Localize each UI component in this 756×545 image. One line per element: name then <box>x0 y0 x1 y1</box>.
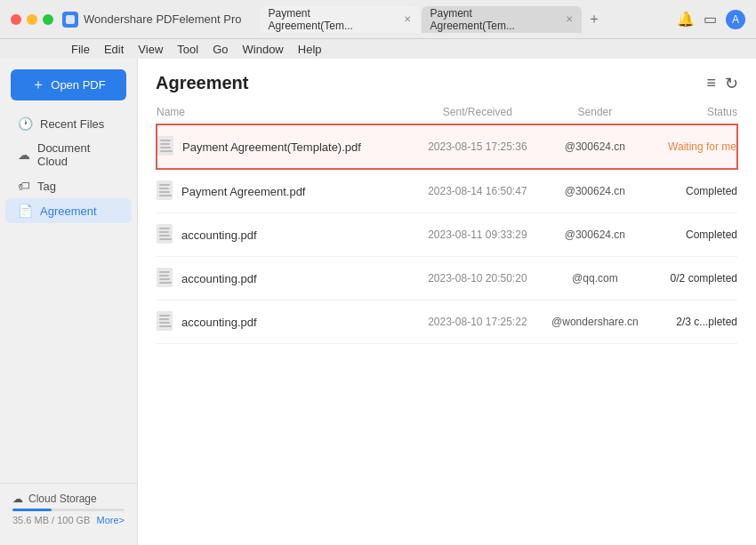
table-row[interactable]: Payment Agreement.pdf 2023-08-14 16:50:4… <box>157 169 737 213</box>
file-status: Waiting for me <box>650 124 737 169</box>
file-sent: 2023-08-15 17:25:36 <box>414 124 540 169</box>
cloud-storage-item[interactable]: ☁ Cloud Storage <box>12 493 125 505</box>
storage-fill <box>12 509 52 511</box>
file-sent: 2023-08-11 09:33:29 <box>414 213 540 257</box>
storage-info: 35.6 MB / 100 GB More> <box>12 515 125 525</box>
menu-tool[interactable]: Tool <box>177 43 198 56</box>
open-pdf-plus-icon: ＋ <box>31 76 45 94</box>
refresh-icon[interactable]: ↻ <box>725 74 738 93</box>
sidebar-bottom: ☁ Cloud Storage 35.6 MB / 100 GB More> <box>0 483 137 534</box>
file-name-cell: accounting.pdf <box>157 257 414 301</box>
clock-icon: 🕐 <box>18 116 33 131</box>
sidebar-item-cloud-label: Document Cloud <box>37 141 119 168</box>
table-row[interactable]: accounting.pdf 2023-08-10 20:50:20 @qq.c… <box>157 257 737 301</box>
titlebar: Wondershare PDFelement Pro Payment Agree… <box>0 0 756 39</box>
file-name: accounting.pdf <box>181 272 257 285</box>
tab-0-close[interactable]: ✕ <box>404 14 411 24</box>
open-pdf-button[interactable]: ＋ Open PDF <box>11 69 126 100</box>
tab-1-close[interactable]: ✕ <box>566 14 573 24</box>
sidebar-item-agreement-label: Agreement <box>40 204 97 218</box>
tag-icon: 🏷 <box>18 179 30 193</box>
close-button[interactable] <box>11 14 21 25</box>
menubar: File Edit View Tool Go Window Help <box>0 39 756 59</box>
file-sender: @qq.com <box>540 257 649 301</box>
file-icon <box>157 268 174 289</box>
open-pdf-label: Open PDF <box>51 78 105 92</box>
table-row[interactable]: Payment Agreement(Template).pdf 2023-08-… <box>157 124 737 169</box>
tab-1[interactable]: Payment Agreement(Tem... ✕ <box>422 6 582 33</box>
sidebar-item-tag-label: Tag <box>37 180 56 193</box>
tab-bar: Payment Agreement(Tem... ✕ Payment Agree… <box>260 6 670 33</box>
file-name-cell: accounting.pdf <box>157 301 414 344</box>
file-name: Payment Agreement(Template).pdf <box>182 140 361 154</box>
table-row[interactable]: accounting.pdf 2023-08-11 09:33:29 @3006… <box>157 213 737 257</box>
app-name: Wondershare PDFelement Pro <box>84 12 242 26</box>
file-icon <box>157 180 174 202</box>
storage-more-button[interactable]: More> <box>97 515 125 525</box>
file-icon <box>157 224 174 245</box>
menu-view[interactable]: View <box>138 43 163 56</box>
file-icon <box>157 136 175 157</box>
menu-help[interactable]: Help <box>298 43 322 56</box>
col-name: Name <box>157 100 414 124</box>
storage-usage: 35.6 MB / 100 GB <box>12 515 90 525</box>
cloud-icon: ☁ <box>18 148 30 162</box>
file-table-container: Name Sent/Received Sender Status <box>138 100 756 545</box>
tab-1-label: Payment Agreement(Tem... <box>430 7 559 32</box>
account-icon[interactable]: A <box>726 10 745 29</box>
file-name-cell: Payment Agreement(Template).pdf <box>157 124 414 169</box>
new-tab-button[interactable]: ＋ <box>583 9 605 30</box>
cloud-storage-icon: ☁ <box>12 493 23 505</box>
traffic-lights <box>11 14 53 25</box>
col-sent: Sent/Received <box>414 100 540 124</box>
main-layout: ＋ Open PDF 🕐 Recent Files ☁ Document Clo… <box>0 59 756 545</box>
sidebar-item-tag[interactable]: 🏷 Tag <box>5 173 132 198</box>
content-area: Agreement ≡ ↻ Name Sent/Received Sender … <box>138 59 756 545</box>
file-status: Completed <box>650 213 737 257</box>
notifications-icon[interactable]: 🔔 <box>677 11 695 28</box>
sidebar-item-document-cloud[interactable]: ☁ Document Cloud <box>5 136 132 173</box>
menu-go[interactable]: Go <box>213 43 228 56</box>
file-name: accounting.pdf <box>181 228 257 242</box>
minimize-button[interactable] <box>27 14 37 25</box>
titlebar-actions: 🔔 ▭ A <box>677 10 745 29</box>
menu-window[interactable]: Window <box>243 43 284 56</box>
file-icon <box>157 311 174 333</box>
file-status: Completed <box>650 169 737 213</box>
storage-total: 100 GB <box>57 515 90 525</box>
storage-used: 35.6 MB <box>12 515 49 525</box>
cloud-storage-label: Cloud Storage <box>28 493 97 505</box>
header-actions: ≡ ↻ <box>706 74 738 93</box>
app-icon <box>62 12 78 28</box>
col-status: Status <box>650 100 737 124</box>
file-status: 2/3 c...pleted <box>650 301 737 344</box>
sidebar-item-recent-files[interactable]: 🕐 Recent Files <box>5 111 132 136</box>
file-name-cell: Payment Agreement.pdf <box>157 169 414 213</box>
filter-icon[interactable]: ≡ <box>706 74 716 92</box>
sidebar-item-recent-label: Recent Files <box>40 117 104 131</box>
file-sent: 2023-08-10 20:50:20 <box>414 257 540 301</box>
content-header: Agreement ≡ ↻ <box>138 59 756 100</box>
status-badge: Waiting for me <box>668 140 736 153</box>
tab-0[interactable]: Payment Agreement(Tem... ✕ <box>260 6 420 33</box>
storage-bar <box>12 509 125 511</box>
file-sender: @300624.cn <box>540 124 649 169</box>
menu-file[interactable]: File <box>71 43 90 56</box>
devices-icon[interactable]: ▭ <box>704 11 717 28</box>
table-header: Name Sent/Received Sender Status <box>157 100 737 124</box>
maximize-button[interactable] <box>43 14 53 25</box>
table-row[interactable]: accounting.pdf 2023-08-10 17:25:22 @wond… <box>157 301 737 344</box>
col-sender: Sender <box>540 100 649 124</box>
menu-edit[interactable]: Edit <box>104 43 124 56</box>
tab-0-label: Payment Agreement(Tem... <box>269 7 397 32</box>
file-sent: 2023-08-14 16:50:47 <box>414 169 540 213</box>
table-body: Payment Agreement(Template).pdf 2023-08-… <box>157 124 737 344</box>
page-title: Agreement <box>156 73 248 93</box>
file-status: 0/2 completed <box>650 257 737 301</box>
sidebar: ＋ Open PDF 🕐 Recent Files ☁ Document Clo… <box>0 59 138 545</box>
file-sender: @300624.cn <box>540 213 649 257</box>
file-sender: @300624.cn <box>540 169 649 213</box>
sidebar-item-agreement[interactable]: 📄 Agreement <box>5 198 132 223</box>
file-name-cell: accounting.pdf <box>157 213 414 257</box>
doc-icon: 📄 <box>18 204 33 218</box>
